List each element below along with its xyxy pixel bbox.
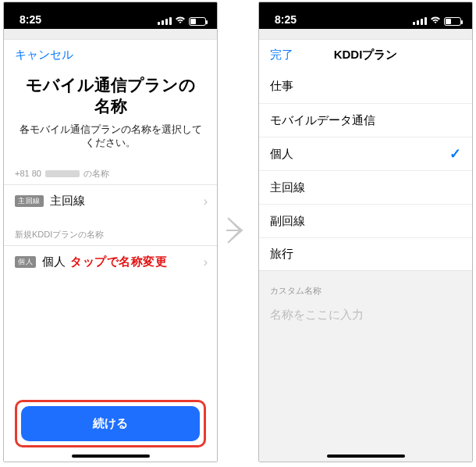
home-indicator	[72, 455, 150, 458]
notch	[68, 2, 154, 18]
transition-arrow	[218, 0, 258, 461]
status-icons	[413, 16, 461, 26]
plan-label: 主回線	[50, 194, 85, 209]
sheet-grabber	[259, 29, 472, 40]
plan-option-row[interactable]: モバイルデータ通信	[259, 103, 472, 137]
sheet-grabber	[4, 29, 217, 40]
plan-option-row[interactable]: 副回線	[259, 204, 472, 237]
phone-left-screen: 8:25 キャンセル モバイル通信プランの名称 各モバイル通信プランの名称を選択…	[3, 2, 218, 462]
plan-option-row[interactable]: 主回線	[259, 170, 472, 204]
plan-name-list: 仕事モバイルデータ通信個人✓主回線副回線旅行	[259, 70, 472, 271]
continue-button[interactable]: 続ける	[21, 406, 200, 441]
nav-bar: キャンセル	[4, 40, 217, 70]
section-caption-1: +81 80 の名称	[4, 157, 217, 184]
custom-name-header: カスタム名称	[259, 271, 472, 301]
plan-option-label: 副回線	[270, 214, 305, 229]
phone-right-screen: 8:25 完了 KDDIプラン 仕事モバイルデータ通信個人✓主回線副回線旅行 カ…	[258, 2, 473, 462]
plan-option-label: 旅行	[270, 247, 293, 262]
section-caption-2: 新規KDDIプランの名称	[4, 218, 217, 245]
plan-row-primary[interactable]: 主回線 主回線 ›	[4, 184, 217, 218]
plan-option-row[interactable]: 旅行	[259, 237, 472, 271]
plan-option-label: 個人	[270, 147, 293, 162]
chevron-right-icon: ›	[204, 255, 208, 269]
plan-option-label: モバイルデータ通信	[270, 113, 375, 128]
plan-option-row[interactable]: 仕事	[259, 70, 472, 103]
plan-badge: 個人	[15, 256, 36, 268]
wifi-icon	[175, 16, 186, 26]
nav-title: KDDIプラン	[259, 48, 472, 62]
custom-name-placeholder: 名称をここに入力	[270, 308, 364, 321]
signal-icon	[158, 17, 172, 25]
wifi-icon	[430, 16, 441, 26]
plan-option-label: 仕事	[270, 79, 293, 94]
arrow-right-icon	[225, 215, 251, 246]
plan-option-label: 主回線	[270, 180, 305, 195]
hero: モバイル通信プランの名称 各モバイル通信プランの名称を選択してください。	[4, 70, 217, 157]
tap-annotation: タップで名称変更	[70, 255, 167, 269]
page-subtitle: 各モバイル通信プランの名称を選択してください。	[18, 123, 203, 151]
chevron-right-icon: ›	[204, 194, 208, 209]
plan-label: 個人	[42, 255, 66, 269]
notch	[323, 2, 409, 18]
home-indicator	[327, 455, 405, 458]
cancel-button[interactable]: キャンセル	[15, 48, 73, 62]
continue-highlight: 続ける	[15, 400, 206, 447]
status-bar: 8:25	[4, 2, 217, 29]
status-icons	[158, 16, 206, 26]
status-time: 8:25	[275, 13, 297, 26]
checkmark-icon: ✓	[449, 145, 461, 162]
plan-badge: 主回線	[15, 195, 44, 207]
footer: 続ける	[4, 390, 217, 462]
status-bar: 8:25	[259, 2, 472, 29]
battery-icon	[444, 17, 461, 26]
battery-icon	[189, 17, 206, 26]
status-time: 8:25	[20, 13, 41, 26]
nav-bar: 完了 KDDIプラン	[259, 40, 472, 70]
plan-option-row[interactable]: 個人✓	[259, 137, 472, 170]
redacted-number	[45, 170, 80, 177]
page-title: モバイル通信プランの名称	[18, 74, 203, 117]
plan-row-personal[interactable]: 個人 個人 タップで名称変更 ›	[4, 245, 217, 279]
signal-icon	[413, 17, 427, 25]
custom-name-input[interactable]: 名称をここに入力	[259, 301, 472, 332]
